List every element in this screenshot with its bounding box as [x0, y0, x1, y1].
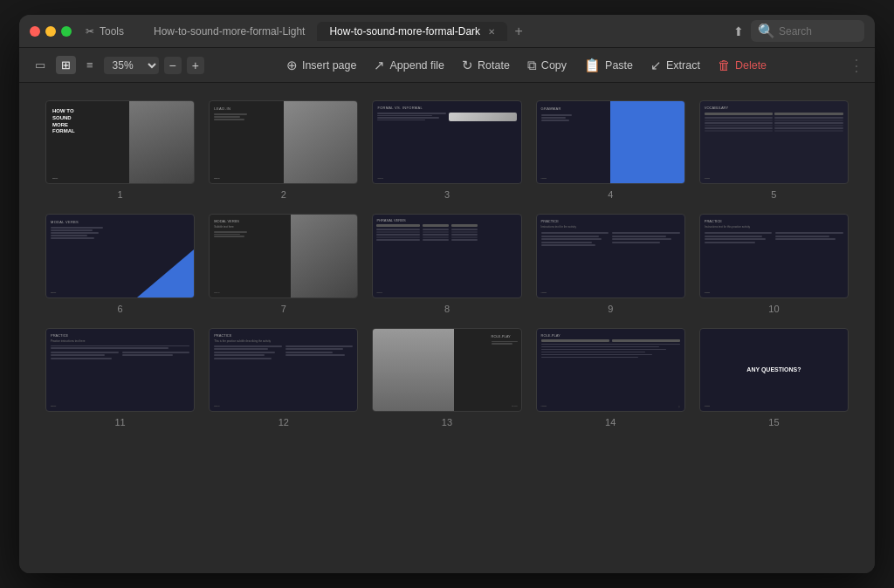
slide-content: ROLE-PLAY: [492, 334, 518, 345]
slide-item: LEAD-IN •••••• 2: [209, 100, 358, 200]
slide-thumbnail[interactable]: ANY QUESTIONS? ••••••: [699, 328, 849, 412]
rotate-button[interactable]: ↻ Rotate: [462, 58, 510, 73]
slide-footer-right: ▷: [678, 405, 680, 408]
slide-cols: [214, 345, 353, 359]
delete-button[interactable]: 🗑 Delete: [718, 58, 767, 72]
slide-item: ROLE-PLAY •••••• 13: [372, 328, 521, 427]
toolbar-end: ⋮: [849, 56, 864, 75]
insert-page-button[interactable]: ⊕ Insert page: [286, 58, 357, 73]
search-input[interactable]: [779, 25, 857, 38]
slide-item: PRACTICE Instructions text for the activ…: [536, 214, 685, 313]
slide-item: PRACTICE This is the practice subtitle d…: [209, 328, 358, 427]
slide-content: [51, 345, 189, 349]
zoom-out-button[interactable]: −: [164, 57, 182, 74]
slide-thumbnail[interactable]: PRACTICE Instructions text for this prac…: [699, 214, 849, 297]
slide-item: FORMAL VS. INFORMAL •••••• 3: [372, 100, 521, 200]
paste-label: Paste: [605, 59, 633, 72]
maximize-button[interactable]: [61, 26, 72, 37]
slide-thumbnail[interactable]: PRACTICE Practice instructions text here: [45, 328, 195, 412]
slide-number: 6: [118, 304, 123, 314]
slide-thumbnail[interactable]: PHRASAL VERBS ••••••: [372, 214, 521, 297]
slide-subtitle: This is the practice subtitle describing…: [214, 339, 353, 343]
slide-thumbnail[interactable]: MODAL VERBS ••••••: [45, 214, 195, 297]
slide-footer: ••••••: [214, 177, 219, 181]
slide-thumbnail[interactable]: GRAMMAR ••••••: [536, 100, 685, 184]
slide-item: PHRASAL VERBS •••••• 8: [372, 214, 521, 313]
extract-label: Extract: [666, 59, 700, 72]
slide-content: [541, 344, 680, 359]
slide-thumbnail[interactable]: FORMAL VS. INFORMAL ••••••: [372, 100, 521, 184]
slide-number: 12: [279, 417, 289, 427]
slide-label: FORMAL VS. INFORMAL: [377, 106, 516, 110]
extract-icon: ↙: [650, 58, 662, 73]
slide-item: MODAL VERBS •••••• 6: [45, 214, 195, 313]
tab-inactive[interactable]: How-to-sound-more-formal-Light: [141, 22, 317, 41]
slide-subtitle: Practice instructions text here: [51, 339, 189, 343]
slide-thumbnail[interactable]: HOW TOSOUNDMOREFORMAL ••••••: [45, 100, 195, 184]
slide-thumbnail[interactable]: VOCABULARY ••••••: [699, 100, 849, 184]
zoom-select[interactable]: 35% 50% 75% 100%: [104, 57, 159, 74]
slide-photo: [373, 329, 454, 411]
slide-thumbnail[interactable]: PRACTICE Instructions text for the activ…: [536, 214, 685, 297]
view-single-button[interactable]: ▭: [30, 56, 51, 74]
slide-label: PRACTICE: [51, 333, 189, 338]
share-button[interactable]: ⬆: [733, 24, 744, 38]
slide-table-body: [705, 117, 843, 132]
search-icon: 🔍: [758, 23, 775, 39]
tools-label: Tools: [100, 25, 124, 38]
slide-label: PRACTICE: [214, 333, 353, 338]
slide-cols: [705, 232, 843, 243]
extract-button[interactable]: ↙ Extract: [650, 58, 700, 73]
slide-label: VOCABULARY: [705, 106, 843, 110]
minimize-button[interactable]: [45, 26, 56, 37]
app-window: ✂ Tools How-to-sound-more-formal-Light H…: [19, 15, 875, 573]
slide-number: 2: [281, 189, 286, 200]
slide-item: GRAMMAR •••••• 4: [536, 100, 685, 200]
slide-table-header: [376, 224, 517, 227]
slide-thumbnail[interactable]: ROLE-PLAY ••••••: [372, 328, 521, 412]
append-file-button[interactable]: ↗ Append file: [374, 58, 444, 73]
tab-add-button[interactable]: +: [507, 24, 529, 39]
slide-number: 3: [444, 189, 450, 200]
slide-item: ANY QUESTIONS? •••••• 15: [699, 328, 849, 427]
paste-icon: 📋: [584, 58, 601, 73]
slide-item: PRACTICE Instructions text for this prac…: [699, 214, 849, 313]
slide-content: GRAMMAR: [541, 106, 572, 122]
tools-menu[interactable]: ✂ Tools: [86, 25, 124, 38]
tab-active[interactable]: How-to-sound-more-formal-Dark ✕: [317, 22, 507, 41]
slide-footer: ••••••: [51, 405, 56, 408]
slide-number: 11: [114, 417, 125, 427]
slide-label: ROLE-PLAY: [541, 333, 680, 338]
slide-content: ANY QUESTIONS?: [741, 360, 806, 379]
slide-footer: ••••••: [52, 177, 58, 181]
view-outline-button[interactable]: ≡: [81, 56, 99, 74]
tab-area: How-to-sound-more-formal-Light How-to-so…: [141, 22, 716, 41]
copy-button[interactable]: ⧉ Copy: [527, 58, 567, 73]
slide-footer: ••••••: [51, 291, 56, 295]
slide-table-body: [376, 229, 517, 241]
slide-label: PRACTICE: [541, 219, 680, 223]
tab-close-icon[interactable]: ✕: [488, 27, 495, 37]
copy-label: Copy: [541, 59, 567, 72]
slide-thumbnail[interactable]: PRACTICE This is the practice subtitle d…: [209, 328, 358, 412]
slide-photo: [284, 101, 358, 183]
slide-thumbnail[interactable]: LEAD-IN ••••••: [209, 100, 358, 184]
append-file-icon: ↗: [374, 58, 385, 73]
search-box[interactable]: 🔍: [751, 20, 864, 42]
delete-icon: 🗑: [718, 58, 731, 72]
slide-number: 1: [118, 189, 123, 200]
slide-thumbnail[interactable]: ROLE-PLAY •••••• ▷: [536, 328, 685, 412]
slide-footer: ••••••: [541, 177, 547, 181]
slide-number: 13: [442, 417, 452, 427]
slide-grid-area[interactable]: HOW TOSOUNDMOREFORMAL •••••• 1 LEAD-IN: [19, 83, 875, 573]
slide-content: HOW TOSOUNDMOREFORMAL: [52, 108, 75, 135]
slide-label: PRACTICE: [705, 219, 843, 223]
view-grid-button[interactable]: ⊞: [56, 56, 76, 74]
toolbar-actions: ⊕ Insert page ↗ Append file ↻ Rotate ⧉ C…: [204, 58, 849, 73]
slide-number: 10: [768, 304, 779, 314]
slide-item: PRACTICE Practice instructions text here: [45, 328, 195, 427]
zoom-in-button[interactable]: +: [187, 57, 204, 74]
slide-thumbnail[interactable]: MODAL VERBS Subtitle text here ••••••: [209, 214, 358, 297]
close-button[interactable]: [30, 26, 40, 37]
paste-button[interactable]: 📋 Paste: [584, 58, 633, 73]
